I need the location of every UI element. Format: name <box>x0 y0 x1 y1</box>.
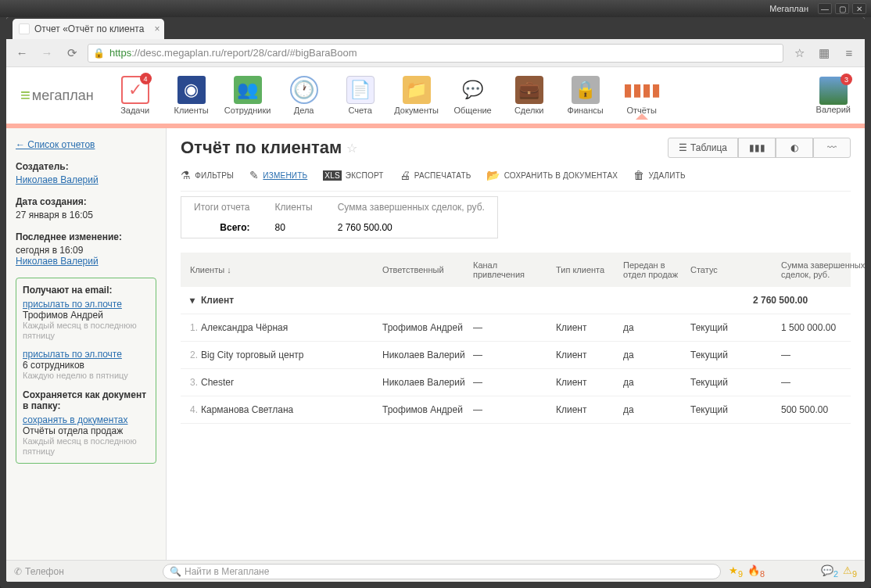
user-badge: 3 <box>841 74 852 85</box>
modified-by-link[interactable]: Николаев Валерий <box>16 256 99 267</box>
col-transferred[interactable]: Передан в отдел продаж <box>623 260 686 279</box>
pencil-icon: ✎ <box>249 169 259 181</box>
col-type[interactable]: Тип клиента <box>556 260 618 279</box>
fire-indicator[interactable]: 🔥8 <box>747 565 765 579</box>
group-label: Клиент <box>201 295 234 306</box>
table-row[interactable]: 2.Big City торговый центр Николаев Валер… <box>181 342 851 369</box>
view-switcher: ☰Таблица ▮▮▮ ◐ 〰 <box>668 138 851 158</box>
nav-documents[interactable]: 📁Документы <box>394 76 439 115</box>
nav-finance[interactable]: 🔒Финансы <box>563 76 608 115</box>
group-row[interactable]: ▾Клиент 2 760 500.00 <box>181 287 851 314</box>
send-email-link-2[interactable]: присылать по эл.почте <box>23 349 122 360</box>
user-menu[interactable]: 3 Валерий <box>816 77 851 114</box>
active-indicator <box>636 113 648 120</box>
nav-chat[interactable]: 💬Общение <box>450 76 496 115</box>
folder-arrow-icon: 📂 <box>486 169 500 181</box>
phone-icon: ✆ <box>14 566 22 577</box>
ext-icon[interactable]: ▦ <box>815 44 833 63</box>
col-responsible[interactable]: Ответственный <box>382 260 468 279</box>
nav-todo[interactable]: 🕐Дела <box>281 76 327 115</box>
warn-indicator[interactable]: ⚠9 <box>843 565 857 579</box>
main-panel: Отчёт по клиентам ☆ ☰Таблица ▮▮▮ ◐ 〰 ⚗ФИ… <box>167 128 865 582</box>
url-field[interactable]: 🔒 https://desc.megaplan.ru/report/28/car… <box>88 44 783 63</box>
report-title: Отчёт по клиентам <box>181 138 342 158</box>
col-sum[interactable]: Сумма завершенных сделок, руб. <box>781 260 865 279</box>
delete-button[interactable]: 🗑УДАЛИТЬ <box>633 169 686 181</box>
maximize-button[interactable]: ▢ <box>835 3 849 14</box>
print-button[interactable]: 🖨РАСПЕЧАТАТЬ <box>400 169 471 181</box>
view-pie-button[interactable]: ◐ <box>776 138 813 158</box>
send-email-link-1[interactable]: присылать по эл.почте <box>23 299 122 310</box>
view-table-button[interactable]: ☰Таблица <box>668 138 738 158</box>
minimize-button[interactable]: — <box>818 3 832 14</box>
window-app-name: Мегаплан <box>769 4 808 13</box>
back-icon[interactable]: ← <box>13 44 31 63</box>
nav-reports[interactable]: ▮▮▮▮Отчёты <box>619 76 665 115</box>
phone-button[interactable]: ✆Телефон <box>14 566 155 577</box>
save-doc-link[interactable]: сохранять в документах <box>23 414 127 425</box>
email-note-2: Каждую неделю в пятницу <box>23 371 149 381</box>
nav-deals[interactable]: 💼Сделки <box>507 76 552 115</box>
modified-date: сегодня в 16:09 <box>16 245 156 256</box>
footer-bar: ✆Телефон 🔍Найти в Мегаплане ★9 🔥8 💬2 ⚠9 <box>6 560 865 582</box>
group-sum: 2 760 500.00 <box>753 295 839 306</box>
logo-text: мегаплан <box>32 88 94 104</box>
close-window-button[interactable]: ✕ <box>852 3 866 14</box>
search-icon: 🔍 <box>170 566 181 577</box>
view-line-button[interactable]: 〰 <box>813 138 851 158</box>
nav-tasks[interactable]: ✓4Задачи <box>113 76 158 115</box>
summary-col-amount: Сумма завершенных сделок, руб. <box>325 197 497 217</box>
favorite-star-icon[interactable]: ☆ <box>346 141 357 156</box>
grid-header: Клиенты ↓ Ответственный Канал привлечени… <box>181 253 851 287</box>
col-status[interactable]: Статус <box>690 260 776 279</box>
url-path: /report/28/card/#bigBaraBoom <box>220 47 357 59</box>
url-scheme: https <box>109 47 131 59</box>
nav-staff[interactable]: 👥Сотрудники <box>225 76 271 115</box>
expand-icon[interactable]: ▾ <box>190 295 195 306</box>
browser-tab[interactable]: Отчет «Отчёт по клиента × <box>13 19 164 39</box>
star-indicator[interactable]: ★9 <box>729 565 743 579</box>
col-client[interactable]: Клиенты ↓ <box>190 260 378 279</box>
filters-button[interactable]: ⚗ФИЛЬТРЫ <box>181 169 234 181</box>
tab-title: Отчет «Отчёт по клиента <box>34 23 144 34</box>
user-name: Валерий <box>816 105 851 114</box>
footer-search[interactable]: 🔍Найти в Мегаплане <box>163 564 721 579</box>
doc-folder: Отчёты отдела продаж <box>23 425 149 436</box>
back-to-list-link[interactable]: ← Список отчетов <box>16 139 95 150</box>
view-bar-button[interactable]: ▮▮▮ <box>738 138 776 158</box>
line-chart-icon: 〰 <box>827 142 837 153</box>
report-toolbar: ⚗ФИЛЬТРЫ ✎ИЗМЕНИТЬ XLSЭКСПОРТ 🖨РАСПЕЧАТА… <box>181 166 851 192</box>
lock-icon: 🔒 <box>93 48 105 59</box>
table-row[interactable]: 4.Карманова Светлана Трофимов Андрей — К… <box>181 396 851 424</box>
export-button[interactable]: XLSЭКСПОРТ <box>323 170 383 181</box>
logo[interactable]: ≡ мегаплан <box>20 85 94 106</box>
summary-amount-value: 2 760 500.00 <box>325 217 497 238</box>
email-header: Получают на email: <box>23 285 149 296</box>
page-content: ≡ мегаплан ✓4Задачи ◉Клиенты 👥Сотрудники… <box>6 67 865 582</box>
funnel-icon: ⚗ <box>181 169 191 181</box>
nav-invoices[interactable]: 📄Счета <box>338 76 383 115</box>
nav-clients[interactable]: ◉Клиенты <box>169 76 214 115</box>
summary-col-clients: Клиенты <box>263 197 325 217</box>
edit-button[interactable]: ✎ИЗМЕНИТЬ <box>249 169 307 181</box>
close-tab-icon[interactable]: × <box>154 23 160 34</box>
summary-header: Итоги отчета <box>181 197 263 217</box>
search-placeholder: Найти в Мегаплане <box>185 566 269 577</box>
reload-icon[interactable]: ⟳ <box>63 44 81 63</box>
col-channel[interactable]: Канал привлечения <box>473 260 551 279</box>
table-row[interactable]: 3.Chester Николаев Валерий — Клиент да Т… <box>181 369 851 396</box>
doc-note: Каждый месяц в последнюю пятницу <box>23 436 149 457</box>
bookmark-icon[interactable]: ☆ <box>790 44 808 63</box>
table-icon: ☰ <box>679 142 687 153</box>
printer-icon: 🖨 <box>400 169 410 181</box>
body-area: ← Список отчетов Создатель: Николаев Вал… <box>6 128 865 582</box>
address-bar: ← → ⟳ 🔒 https://desc.megaplan.ru/report/… <box>6 39 865 67</box>
menu-icon[interactable]: ≡ <box>840 44 858 63</box>
table-row[interactable]: 1.Александра Чёрная Трофимов Андрей — Кл… <box>181 314 851 342</box>
tabstrip: Отчет «Отчёт по клиента × <box>6 17 865 39</box>
chat-indicator[interactable]: 💬2 <box>821 565 838 579</box>
bar-chart-icon: ▮▮▮ <box>749 142 765 153</box>
forward-icon[interactable]: → <box>38 44 56 63</box>
save-to-docs-button[interactable]: 📂СОХРАНИТЬ В ДОКУМЕНТАХ <box>486 169 618 181</box>
creator-link[interactable]: Николаев Валерий <box>16 174 99 185</box>
